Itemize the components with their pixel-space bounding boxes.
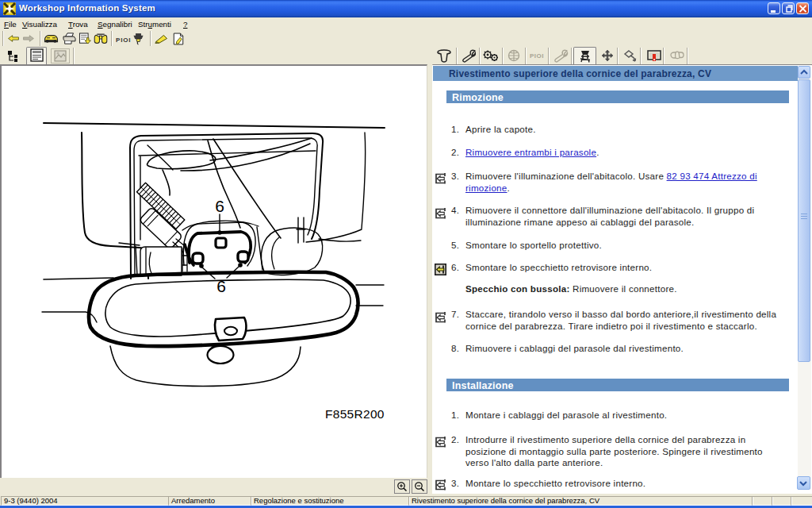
svg-text:F855R200: F855R200: [325, 407, 385, 421]
svg-text:6: 6: [215, 197, 224, 215]
